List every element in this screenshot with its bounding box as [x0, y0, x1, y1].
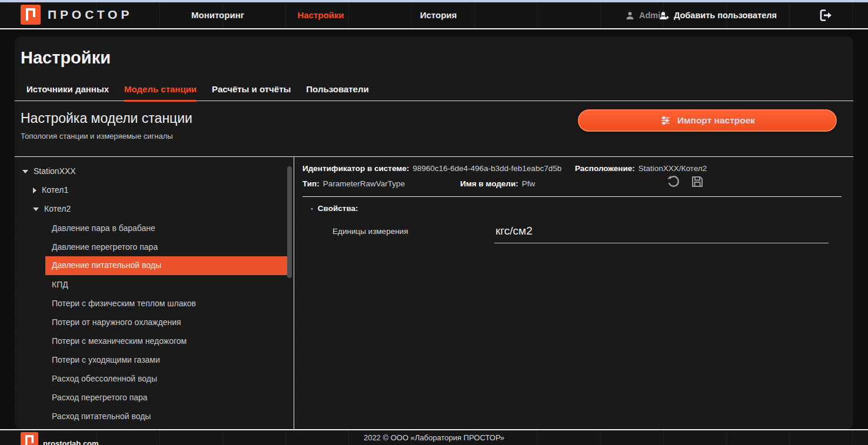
tree-node-selected[interactable]: Давление питательной воды: [45, 256, 287, 275]
tree-node[interactable]: Котел1: [15, 181, 294, 200]
tree-node[interactable]: Потери от наружного охлаждения: [15, 313, 294, 332]
tree-node[interactable]: Потери с физическим теплом шлаков: [15, 294, 294, 313]
tree-node[interactable]: Расход питательной воды: [15, 407, 294, 426]
property-row: Единицы измерения: [302, 225, 842, 243]
tree-node[interactable]: Расход перегретого пара: [15, 388, 294, 407]
location-label: Расположение:: [575, 164, 635, 173]
user-icon: [625, 11, 635, 21]
model-name-value: Pfw: [522, 179, 536, 188]
tree-node[interactable]: Расход обессоленной воды: [15, 369, 294, 388]
tree-node-label: Котел2: [44, 204, 71, 213]
prostor-logo-icon: [21, 432, 38, 445]
settings-card: Настройки Источники данных Модель станци…: [15, 36, 853, 429]
system-id-value: 98960c16-6de4-496a-b3dd-feb1eabc7d5b: [413, 164, 561, 173]
tab-data-sources[interactable]: Источники данных: [26, 84, 109, 101]
unit-input[interactable]: [494, 225, 829, 243]
location-value: StationXXX/Котел2: [638, 164, 707, 173]
sliders-icon: [660, 115, 671, 126]
app-header: ПРОСТОР Мониторинг Настройки История Adm…: [0, 2, 868, 29]
bullet-icon: •: [311, 205, 313, 212]
brand-logo[interactable]: ПРОСТОР: [21, 5, 132, 25]
page-title: Настройки: [21, 48, 853, 68]
app-footer: prostorlab.com 2022 © ООО «Лаборатория П…: [0, 429, 868, 445]
tree-scrollbar-thumb[interactable]: [287, 166, 292, 278]
tree-node-label: Котел1: [42, 185, 68, 195]
undo-icon: [666, 175, 680, 189]
signal-details: Идентификатор в системе:98960c16-6de4-49…: [294, 157, 853, 429]
user-plus-icon: [659, 11, 670, 21]
section-subtitle: Топология станции и измеряемые сигналы: [21, 132, 853, 140]
save-button[interactable]: [690, 175, 704, 189]
properties-label: Свойства:: [318, 204, 358, 213]
undo-button[interactable]: [666, 175, 680, 189]
tree-node[interactable]: КПД: [15, 275, 294, 294]
properties-header: •Свойства:: [302, 204, 842, 213]
tab-users[interactable]: Пользователи: [306, 84, 368, 101]
footer-copyright: 2022 © ООО «Лаборатория ПРОСТОР»: [364, 430, 504, 445]
tree-node[interactable]: Давление пара в барабане: [15, 219, 294, 237]
caret-down-icon[interactable]: [33, 208, 39, 211]
tab-station-model[interactable]: Модель станции: [124, 84, 197, 102]
details-actions: [666, 175, 704, 189]
details-divider: [302, 196, 842, 197]
settings-tabs: Источники данных Модель станции Расчёты …: [15, 84, 853, 101]
tree-node[interactable]: Давление перегретого пара: [15, 237, 294, 256]
type-label: Тип:: [302, 179, 320, 188]
import-settings-label: Импорт настроек: [677, 115, 755, 126]
model-name-label: Имя в модели:: [460, 179, 518, 188]
nav-settings[interactable]: Настройки: [282, 2, 359, 28]
logout-icon[interactable]: [818, 8, 832, 22]
tree-node[interactable]: Потери с механическим недожогом: [15, 332, 294, 350]
model-content: StationXXX Котел1 Котел2 Давление пара в…: [15, 157, 853, 429]
unit-label: Единицы измерения: [332, 225, 494, 236]
tree-node[interactable]: Потери с уходящими газами: [15, 350, 294, 369]
tree-node[interactable]: Котел2: [15, 200, 294, 219]
add-user-button[interactable]: Добавить пользователя: [659, 2, 777, 28]
brand-name: ПРОСТОР: [48, 8, 132, 22]
section-header: Настройка модели станции Топология станц…: [15, 101, 853, 150]
import-settings-button[interactable]: Импорт настроек: [578, 109, 837, 132]
tree-node-label: StationXXX: [34, 166, 76, 176]
details-meta-row: Идентификатор в системе:98960c16-6de4-49…: [302, 161, 842, 176]
tab-calculations-reports[interactable]: Расчёты и отчёты: [212, 84, 291, 101]
add-user-label: Добавить пользователя: [674, 11, 777, 20]
top-accent-strip: [0, 0, 868, 2]
system-id-label: Идентификатор в системе:: [302, 164, 409, 173]
details-meta-row: Тип:ParameterRawVarType Имя в модели:Pfw: [302, 176, 842, 192]
save-icon: [690, 175, 704, 189]
prostor-logo-icon: [21, 5, 41, 25]
station-tree: StationXXX Котел1 Котел2 Давление пара в…: [15, 157, 294, 429]
type-value: ParameterRawVarType: [323, 179, 405, 188]
tree-node[interactable]: StationXXX: [15, 162, 294, 181]
footer-brand[interactable]: prostorlab.com: [21, 432, 99, 445]
caret-right-icon[interactable]: [33, 188, 36, 193]
caret-down-icon[interactable]: [22, 170, 28, 173]
nav-monitoring[interactable]: Мониторинг: [177, 2, 259, 28]
footer-site-link[interactable]: prostorlab.com: [43, 439, 99, 445]
nav-history[interactable]: История: [400, 2, 477, 28]
